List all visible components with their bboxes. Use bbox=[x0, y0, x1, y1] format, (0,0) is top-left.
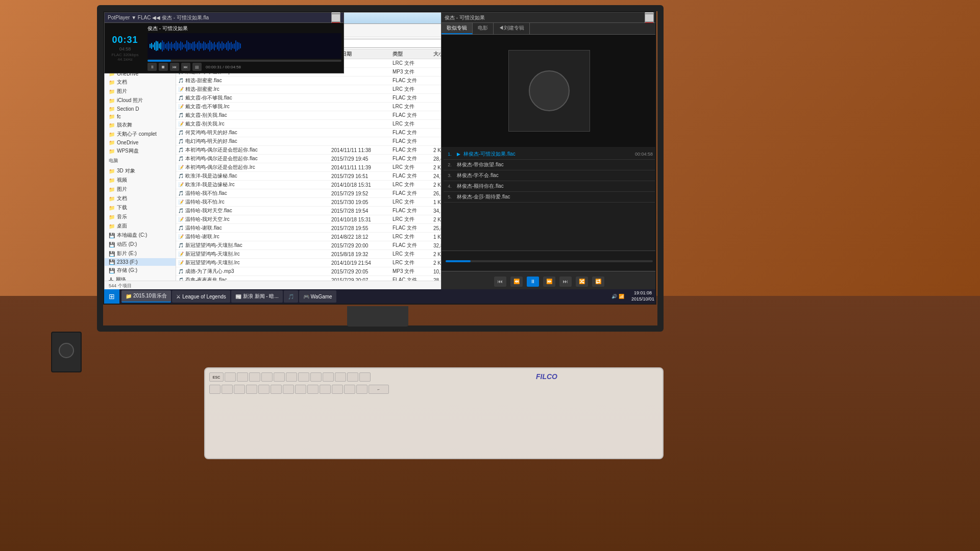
table-row[interactable]: 🎵 精选-甜蜜蜜.flac FLAC 文件 bbox=[176, 77, 476, 85]
key-f3[interactable] bbox=[249, 372, 260, 382]
sidebar-item-sectiond[interactable]: Section D bbox=[105, 105, 176, 113]
music-panel-max-btn[interactable]: □ bbox=[645, 14, 654, 22]
key-f1[interactable] bbox=[225, 372, 236, 382]
sidebar-item-music[interactable]: 音乐 bbox=[105, 212, 176, 221]
table-row[interactable]: 📝 温特哈-我对天空.lrc 2014/10/18 15:31 LRC 文件 2… bbox=[176, 215, 476, 224]
rewind-btn[interactable]: ⏪ bbox=[510, 277, 523, 287]
key-0[interactable] bbox=[332, 385, 343, 394]
music-tab-recommend[interactable]: ◀刘建专辑 bbox=[494, 23, 530, 34]
table-row[interactable]: 🎵 成德-为了薄凡心.mp3 2015/7/29 20:05 MP3 文件 10… bbox=[176, 267, 476, 276]
playlist-item-4[interactable]: 4. 林俊杰-额待你在.flac bbox=[444, 181, 655, 192]
taskbar-item-explorer[interactable]: 📁 2015.10音乐合 bbox=[121, 290, 171, 303]
table-row[interactable]: 📝 温特哈-谢联.lrc 2014/8/22 18:12 LRC 文件 1 KB bbox=[176, 233, 476, 241]
playlist-item-2[interactable]: 2. 林俊杰-带你旅望.flac bbox=[444, 160, 655, 170]
music-tab-movies[interactable]: 电影 bbox=[473, 23, 494, 34]
key-tilde[interactable] bbox=[209, 385, 220, 394]
sidebar-item-fc[interactable]: fc bbox=[105, 113, 176, 120]
table-row[interactable]: 🎵 戴文霞-别关我.flac FLAC 文件 bbox=[176, 111, 476, 120]
key-f4[interactable] bbox=[261, 372, 273, 382]
sidebar-item-wps[interactable]: WPS网盘 bbox=[105, 146, 176, 156]
potplayer-max[interactable]: □ bbox=[331, 14, 340, 22]
table-row[interactable]: 📝 欧淮洋-我是边缘秘.lrc 2014/10/18 15:31 LRC 文件 … bbox=[176, 181, 476, 189]
shuffle-btn[interactable]: 🔀 bbox=[576, 277, 588, 287]
play-pause-btn[interactable]: ⏸ bbox=[527, 277, 539, 287]
sidebar-item-onedrive2[interactable]: OneDrive bbox=[105, 139, 176, 146]
sidebar-item-dl[interactable]: 下载 bbox=[105, 203, 176, 212]
table-row[interactable]: 🎵 新冠望望鸿鸣-天壤别.flac 2015/7/29 20:00 FLAC 文… bbox=[176, 241, 476, 250]
key-5[interactable] bbox=[271, 385, 282, 394]
sidebar-item-d[interactable]: 动匹 (D:) bbox=[105, 240, 176, 249]
sidebar-item-dance[interactable]: 脱衣舞 bbox=[105, 120, 176, 130]
key-7[interactable] bbox=[295, 385, 306, 394]
taskbar-item-4[interactable]: 🎵 bbox=[284, 290, 298, 303]
music-tab-albums[interactable]: 歌似专辑 bbox=[442, 23, 473, 34]
sidebar-item-documents[interactable]: 文档 bbox=[105, 78, 176, 87]
key-8[interactable] bbox=[307, 385, 318, 394]
playlist-item-5[interactable]: 5. 林俊杰-金莎·期待爱.flac bbox=[444, 192, 655, 203]
key-backspace[interactable]: ← bbox=[369, 385, 389, 394]
sidebar-item-imgs[interactable]: 图片 bbox=[105, 185, 176, 194]
key-f11[interactable] bbox=[347, 372, 358, 382]
key-f9[interactable] bbox=[323, 372, 334, 382]
col-type[interactable]: 类型 bbox=[393, 51, 433, 58]
sidebar-item-e[interactable]: 影片 (E:) bbox=[105, 249, 176, 258]
prev-btn[interactable]: ⏮ bbox=[494, 277, 506, 287]
table-row[interactable]: 🎵 温特哈-谢联.flac 2015/7/28 19:55 FLAC 文件 25… bbox=[176, 224, 476, 233]
next-control[interactable]: ⏭ bbox=[181, 63, 190, 71]
stop-control[interactable]: ⏹ bbox=[159, 63, 168, 71]
key-f2[interactable] bbox=[237, 372, 248, 382]
sidebar-item-video[interactable]: 视频 bbox=[105, 176, 176, 185]
key-f12[interactable] bbox=[359, 372, 371, 382]
music-progress-bar[interactable] bbox=[446, 260, 653, 262]
table-row[interactable]: 📝 戴文霞-别关我.lrc LRC 文件 bbox=[176, 120, 476, 129]
progress-bar[interactable] bbox=[148, 60, 341, 62]
next-btn[interactable]: ⏭ bbox=[559, 277, 572, 287]
sidebar-item-c[interactable]: 本地磁盘 (C:) bbox=[105, 231, 176, 240]
forward-btn[interactable]: ⏩ bbox=[543, 277, 555, 287]
table-row[interactable]: 📝 戴文霞-也不够我.lrc LRC 文件 bbox=[176, 103, 476, 111]
taskbar-item-news[interactable]: 📰 新浪 新闻 - 暗... bbox=[231, 290, 283, 303]
sidebar-item-desktop[interactable]: 桌面 bbox=[105, 221, 176, 231]
sidebar-item-network[interactable]: 网络 bbox=[105, 275, 176, 281]
key-f7[interactable] bbox=[298, 372, 309, 382]
key-f8[interactable] bbox=[310, 372, 322, 382]
playlist-item-3[interactable]: 3. 林俊杰-学不会.flac bbox=[444, 170, 655, 181]
sidebar-item-docs[interactable]: 文档 bbox=[105, 194, 176, 203]
key-f5[interactable] bbox=[274, 372, 285, 382]
table-row[interactable]: 🎵 电幻鸿鸣-明天的好.flac FLAC 文件 bbox=[176, 137, 476, 146]
table-row[interactable]: 📝 温特哈-我不怕.lrc 2015/7/30 19:05 LRC 文件 1 K… bbox=[176, 198, 476, 207]
key-3[interactable] bbox=[246, 385, 257, 394]
table-row[interactable]: 🎵 本初鸿鸣-偶尔还是会想起你.flac 2014/11/11 11:38 FL… bbox=[176, 146, 476, 155]
sidebar-item-3dobj[interactable]: 3D 对象 bbox=[105, 166, 176, 176]
key-1[interactable] bbox=[222, 385, 233, 394]
sidebar-item-icloud[interactable]: iCloud 照片 bbox=[105, 96, 176, 105]
key-esc[interactable]: ESC bbox=[209, 372, 224, 382]
key-equals[interactable] bbox=[356, 385, 368, 394]
playlist-control[interactable]: ▤ bbox=[192, 63, 202, 71]
table-row[interactable]: 🎵 温特哈-我对天空.flac 2015/7/28 19:54 FLAC 文件 … bbox=[176, 207, 476, 215]
table-row[interactable]: 🎵 本初鸿鸣-偶尔还是会想起你.flac 2015/7/29 19:45 FLA… bbox=[176, 155, 476, 163]
sidebar-item-pics2[interactable]: 图片 bbox=[105, 87, 176, 96]
play-pause-control[interactable]: ⏸ bbox=[148, 63, 157, 71]
key-2[interactable] bbox=[234, 385, 245, 394]
taskbar-item-lol[interactable]: ⚔ League of Legends bbox=[172, 290, 230, 303]
table-row[interactable]: 🎵 何炅鸿鸣-明天的好.flac FLAC 文件 bbox=[176, 129, 476, 137]
table-row[interactable]: 🎵 欧淮洋-我是边缘秘.flac 2015/7/29 16:51 FLAC 文件… bbox=[176, 172, 476, 181]
key-f6[interactable] bbox=[286, 372, 297, 382]
sidebar-item-swan[interactable]: 天鹅心子 complet bbox=[105, 130, 176, 139]
key-4[interactable] bbox=[258, 385, 270, 394]
table-row[interactable]: 📝 本初鸿鸣-偶尔还是会想起你.lrc 2014/11/11 11:39 LRC… bbox=[176, 163, 476, 172]
table-row[interactable]: 📝 新冠望望鸿鸣-天壤别.lrc 2015/8/18 19:32 LRC 文件 … bbox=[176, 250, 476, 259]
key-f10[interactable] bbox=[335, 372, 346, 382]
prev-control[interactable]: ⏮ bbox=[170, 63, 179, 71]
key-minus[interactable] bbox=[344, 385, 355, 394]
playlist-item-1[interactable]: 1. ▶ 林俊杰-可惜没如果.flac 00:04:58 bbox=[444, 149, 655, 160]
table-row[interactable]: 🎵 戴文霞-你不够我.flac FLAC 文件 bbox=[176, 94, 476, 103]
start-button[interactable]: ⊞ bbox=[104, 289, 119, 304]
key-6[interactable] bbox=[283, 385, 294, 394]
table-row[interactable]: 🎵 乔鑫-夜夜夜焦.flac 2015/7/29 20:07 FLAC 文件 2… bbox=[176, 276, 476, 281]
sidebar-item-g[interactable]: 存储 (G:) bbox=[105, 266, 176, 275]
taskbar-item-wagame[interactable]: 🎮 WaGame bbox=[299, 290, 336, 303]
table-row[interactable]: 📝 新冠望望鸿鸣-天壤别.lrc 2014/10/19 21:54 LRC 文件… bbox=[176, 259, 476, 267]
sidebar-item-f[interactable]: 2333 (F:) bbox=[105, 258, 176, 266]
